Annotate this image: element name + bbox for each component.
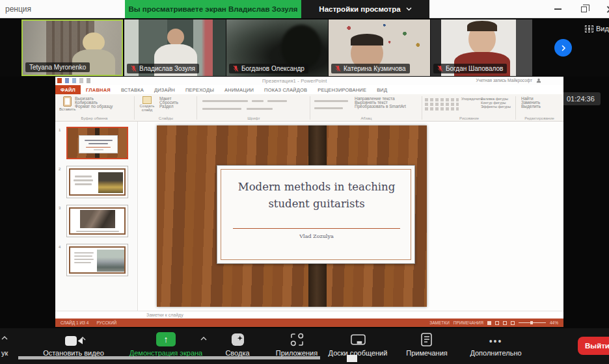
slide-thumbnail-2[interactable] <box>66 166 128 198</box>
powerpoint-window: Презентация1 - PowerPoint Учетная запись… <box>55 77 563 327</box>
font-color-buttons[interactable] <box>247 108 273 110</box>
participant-video-1[interactable]: Tetyana Myronenko <box>21 20 123 76</box>
tab-insert[interactable]: ВСТАВКА <box>116 85 149 94</box>
smartart-button[interactable]: Преобразовать в SmartArt <box>355 105 406 109</box>
tab-transitions[interactable]: ПЕРЕХОДЫ <box>180 85 219 94</box>
font-size-box[interactable] <box>252 100 264 102</box>
shapes-gallery[interactable] <box>425 98 459 112</box>
more-button[interactable]: ••• Дополнительно <box>463 332 528 357</box>
user-icon <box>536 78 541 83</box>
format-painter-button[interactable]: Формат по образцу <box>75 105 113 109</box>
whiteboards-label: Доски сообщений <box>329 349 388 357</box>
chevron-up-icon[interactable] <box>200 336 207 341</box>
close-button[interactable] <box>606 5 609 13</box>
screen-share-banner: Вы просматриваете экран Владислав Зозуля <box>125 0 301 18</box>
select-button[interactable]: Выделить <box>521 105 541 109</box>
slide-canvas[interactable]: Modern methods in teaching student guita… <box>157 125 427 307</box>
save-icon[interactable] <box>65 78 69 83</box>
ppt-body: 1 2 3 <box>55 122 563 311</box>
window-controls <box>554 0 609 18</box>
title-card[interactable]: Modern methods in teaching student guita… <box>217 165 415 264</box>
new-slide-button[interactable]: Создать слайд <box>137 96 157 112</box>
participant-name-badge: Катерина Кузмичова <box>331 64 410 73</box>
slide-photo <box>80 210 115 228</box>
restore-button[interactable] <box>581 6 587 12</box>
zoom-meeting-window: ренция Вы просматриваете экран Владислав… <box>0 0 609 364</box>
alignment-buttons[interactable] <box>314 107 343 109</box>
undo-icon[interactable] <box>72 78 76 83</box>
ppt-ribbon-tabs: ФАЙЛ ГЛАВНАЯ ВСТАВКА ДИЗАЙН ПЕРЕХОДЫ АНИ… <box>55 85 563 94</box>
view-settings-button[interactable]: Настройки просмотра <box>301 0 429 18</box>
zoom-slider[interactable] <box>519 322 546 323</box>
slide-thumbnail-4[interactable] <box>66 244 128 276</box>
slide-photo <box>98 172 123 193</box>
reading-view-button[interactable] <box>503 321 507 325</box>
participant-name: Tetyana Myronenko <box>29 64 86 71</box>
group-label-drawing: Рисование <box>424 116 515 120</box>
notes-button[interactable]: Примечания <box>396 332 458 357</box>
whiteboard-icon <box>351 334 366 346</box>
leave-meeting-button[interactable]: Выйти <box>578 337 609 355</box>
slide-number: 4 <box>59 245 61 249</box>
grid-view-icon <box>585 25 593 32</box>
slide-photo <box>97 250 124 272</box>
chevron-up-icon[interactable] <box>79 336 86 341</box>
slide-thumbnail-1[interactable] <box>66 127 128 159</box>
normal-view-button[interactable] <box>487 321 491 325</box>
participant-video-3[interactable]: Богданов Олександр <box>226 20 328 76</box>
font-grow-shrink-buttons[interactable] <box>267 100 287 102</box>
slide-sorter-view-button[interactable] <box>495 321 499 325</box>
mic-muted-icon <box>335 65 341 72</box>
chevron-up-icon[interactable] <box>1 335 8 340</box>
comments-toggle[interactable]: ПРИМЕЧАНИЯ <box>453 320 483 325</box>
zoom-percent[interactable]: 44% <box>550 320 558 325</box>
notes-area[interactable]: Заметки к слайду <box>55 311 563 318</box>
paste-button[interactable]: Вставить <box>59 96 75 111</box>
chevron-down-icon <box>406 7 412 11</box>
participant-name-badge: Богданов Олександр <box>229 64 308 73</box>
participant-video-2[interactable]: Владислав Зозуля <box>124 20 226 76</box>
ribbon-group-font: Шрифт <box>198 94 309 116</box>
minimize-button[interactable] <box>554 8 562 10</box>
shape-effects-button[interactable]: Эффекты фигуры <box>481 105 511 109</box>
notes-toggle[interactable]: ЗАМЕТКИ <box>429 320 449 325</box>
video-strip: Tetyana Myronenko Владислав Зозуля Богда… <box>0 18 609 77</box>
font-name-box[interactable] <box>202 100 248 102</box>
ribbon-separator <box>310 96 310 120</box>
more-dots-icon: ••• <box>489 336 503 346</box>
tab-slideshow[interactable]: ПОКАЗ СЛАЙДОВ <box>259 85 312 94</box>
tab-view[interactable]: ВИД <box>372 85 392 94</box>
summary-button[interactable]: Сводка <box>217 332 258 357</box>
tab-home[interactable]: ГЛАВНАЯ <box>81 85 116 94</box>
ppt-titlebar: Презентация1 - PowerPoint Учетная запись… <box>55 77 563 85</box>
next-participants-button[interactable] <box>554 39 572 57</box>
group-label-editing: Редактирование <box>517 116 562 120</box>
slideshow-view-button[interactable] <box>511 321 515 325</box>
view-layout-button[interactable]: Вид <box>585 23 609 34</box>
unmute-button-partial[interactable]: ук <box>1 332 8 357</box>
microsoft-account-button[interactable]: Учетная запись Майкрософт <box>476 78 532 83</box>
tab-review[interactable]: РЕЦЕНЗИРОВАНИЕ <box>312 85 372 94</box>
participant-name: Катерина Кузмичова <box>344 65 406 72</box>
arrange-button[interactable]: Упорядочить <box>461 97 483 101</box>
redo-icon[interactable] <box>79 78 83 83</box>
ribbon-group-clipboard: Вставить Вырезать Копировать Формат по о… <box>55 94 133 116</box>
participant-name-badge: Владислав Зозуля <box>127 64 199 73</box>
slideshow-icon[interactable] <box>87 78 90 83</box>
bullets-numbering-buttons[interactable] <box>314 100 348 102</box>
slide-thumbnail-3[interactable] <box>66 205 128 237</box>
section-button[interactable]: Раздел <box>159 105 178 109</box>
slide-editor: Modern methods in teaching student guita… <box>139 122 563 311</box>
mini-title-card <box>79 135 118 153</box>
tab-file[interactable]: ФАЙЛ <box>55 85 81 94</box>
tab-design[interactable]: ДИЗАЙН <box>149 85 180 94</box>
tab-animations[interactable]: АНИМАЦИИ <box>219 85 259 94</box>
participant-video-4[interactable]: Катерина Кузмичова <box>329 20 430 76</box>
apps-button[interactable]: Приложения <box>269 332 325 357</box>
language-indicator[interactable]: РУССКИЙ <box>96 320 116 325</box>
ribbon-separator <box>515 96 516 120</box>
participant-video-5[interactable]: Богдан Шаповалов <box>431 20 532 76</box>
stop-video-button[interactable]: Остановить видео <box>25 332 122 357</box>
bold-italic-underline-buttons[interactable] <box>202 108 241 110</box>
whiteboards-button[interactable]: Доски сообщений <box>322 332 394 357</box>
